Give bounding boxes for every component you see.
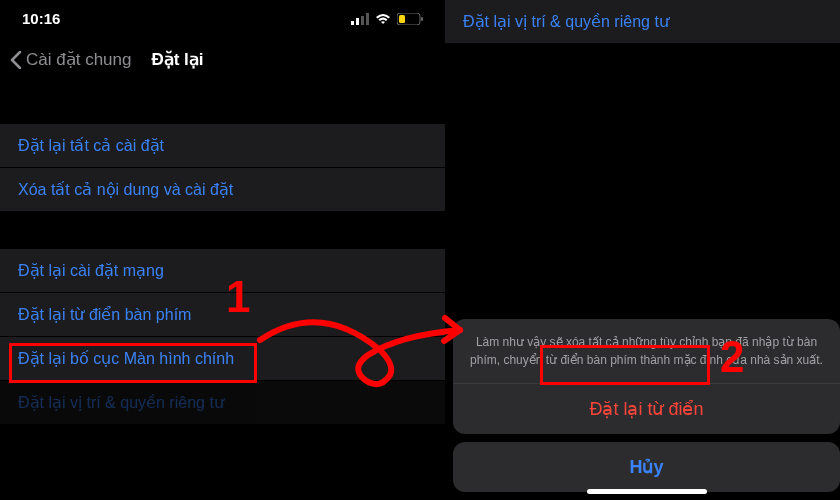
back-label: Cài đặt chung	[26, 49, 131, 70]
svg-rect-5	[399, 15, 405, 23]
status-bar: 10:16	[0, 0, 445, 31]
home-indicator[interactable]	[587, 489, 707, 494]
wifi-icon	[375, 13, 391, 25]
reset-group-1: Đặt lại tất cả cài đặt Xóa tất cả nội du…	[0, 124, 445, 211]
reset-group-2: Đặt lại cài đặt mạng Đặt lại từ điển bàn…	[0, 249, 445, 424]
reset-keyboard-dictionary[interactable]: Đặt lại từ điển bàn phím	[0, 293, 445, 337]
screen-action-sheet: Đặt lại vị trí & quyền riêng tư Làm như …	[445, 0, 840, 500]
action-sheet: Làm như vậy sẽ xóa tất cả những tùy chỉn…	[453, 319, 840, 492]
svg-rect-0	[351, 21, 354, 25]
action-sheet-message: Làm như vậy sẽ xóa tất cả những tùy chỉn…	[453, 333, 840, 383]
reset-home-layout[interactable]: Đặt lại bố cục Màn hình chính	[0, 337, 445, 381]
reset-all-settings[interactable]: Đặt lại tất cả cài đặt	[0, 124, 445, 168]
status-time: 10:16	[22, 10, 60, 27]
screen-reset-settings: 10:16 Cài đặt chung Đặt lại	[0, 0, 445, 500]
svg-rect-6	[421, 17, 423, 21]
svg-rect-3	[366, 13, 369, 25]
confirm-reset-dictionary[interactable]: Đặt lại từ điển	[453, 383, 840, 434]
cancel-button[interactable]: Hủy	[453, 442, 840, 492]
reset-location-privacy[interactable]: Đặt lại vị trí & quyền riêng tư	[0, 381, 445, 424]
cellular-signal-icon	[351, 13, 369, 25]
svg-rect-1	[356, 18, 359, 25]
action-sheet-body: Làm như vậy sẽ xóa tất cả những tùy chỉn…	[453, 319, 840, 434]
erase-all-content[interactable]: Xóa tất cả nội dung và cài đặt	[0, 168, 445, 211]
battery-icon	[397, 13, 423, 25]
chevron-left-icon	[10, 51, 22, 69]
svg-rect-2	[361, 16, 364, 25]
nav-bar: Cài đặt chung Đặt lại	[0, 31, 445, 86]
reset-location-privacy-right[interactable]: Đặt lại vị trí & quyền riêng tư	[445, 0, 840, 43]
page-title: Đặt lại	[151, 49, 203, 70]
reset-network-settings[interactable]: Đặt lại cài đặt mạng	[0, 249, 445, 293]
back-button[interactable]: Cài đặt chung	[10, 49, 131, 70]
status-icons	[351, 13, 423, 25]
